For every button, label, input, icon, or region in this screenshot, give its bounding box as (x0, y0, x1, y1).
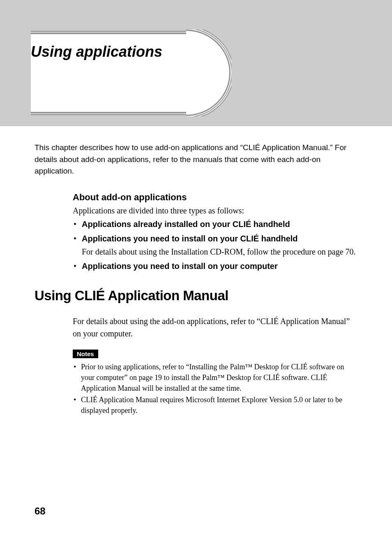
list-item: Applications you need to install on your… (73, 232, 357, 258)
bullet-title: Applications already installed on your C… (82, 220, 290, 229)
chapter-title: Using applications (31, 43, 162, 60)
list-item: Applications already installed on your C… (73, 218, 357, 230)
note-item: Prior to using applications, refer to “I… (73, 361, 357, 394)
content-area: This chapter describes how to use add-on… (0, 126, 392, 416)
bullet-detail: For details about using the Installation… (82, 246, 357, 258)
notes-list: Prior to using applications, refer to “I… (73, 361, 357, 416)
main-heading: Using CLIÉ Application Manual (35, 288, 357, 303)
page-number: 68 (35, 505, 46, 517)
bullet-title: Applications you need to install on your… (82, 234, 298, 243)
bullet-title: Applications you need to install on your… (82, 262, 278, 271)
header-banner: Using applications (0, 0, 392, 126)
notes-label: Notes (73, 350, 98, 358)
section-heading-about: About add-on applications (73, 192, 357, 203)
body-paragraph: For details about using the add-on appli… (73, 315, 357, 340)
section-intro: Applications are divided into three type… (73, 206, 357, 215)
list-item: Applications you need to install on your… (73, 260, 357, 272)
bullet-list: Applications already installed on your C… (73, 218, 357, 272)
note-item: CLIÉ Application Manual requires Microso… (73, 394, 357, 416)
intro-paragraph: This chapter describes how to use add-on… (35, 142, 357, 177)
title-curve (186, 30, 231, 116)
